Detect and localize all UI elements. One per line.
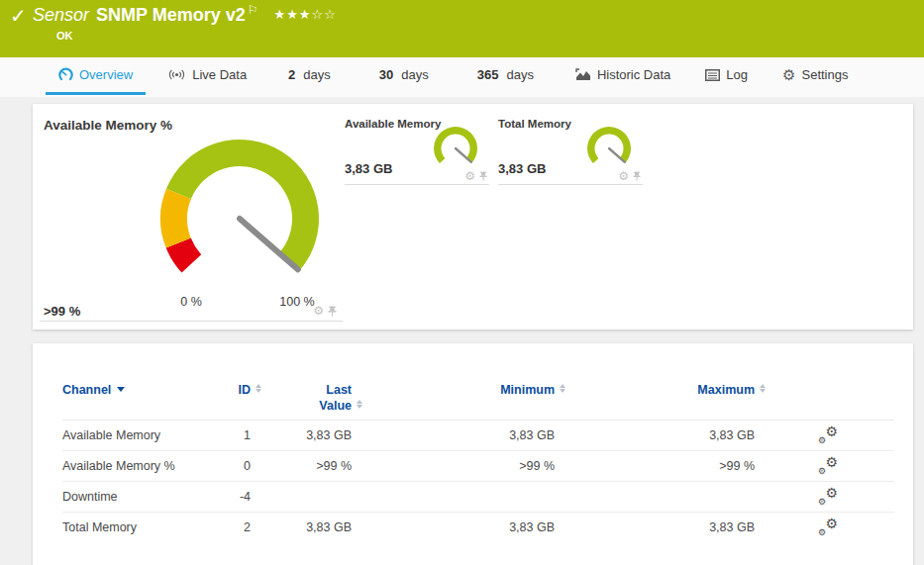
table-row: Available Memory %0>99 %>99 %>99 %⚙⚙ — [62, 451, 894, 482]
object-kind-label: Sensor — [33, 5, 89, 25]
priority-stars[interactable]: ★★★☆☆ — [274, 7, 337, 22]
cell-channel[interactable]: Available Memory — [62, 421, 216, 451]
cell-id: -4 — [216, 482, 251, 513]
tab-label: Live Data — [192, 67, 247, 82]
sort-desc-icon — [117, 387, 125, 392]
cell-minimum: 3,83 GB — [352, 421, 555, 451]
column-header-maximum[interactable]: Maximum — [555, 380, 755, 421]
gauge-value: 3,83 GB — [345, 161, 392, 176]
tab-overview[interactable]: Overview — [46, 57, 146, 95]
status-badge: OK — [56, 30, 73, 42]
log-icon — [705, 69, 720, 81]
channel-settings-icon[interactable]: ⚙⚙ — [818, 518, 838, 535]
tab-label: Log — [726, 67, 748, 82]
tab-label: days — [303, 67, 330, 82]
cell-channel[interactable]: Total Memory — [62, 513, 216, 543]
cell-id: 0 — [216, 451, 251, 482]
widget-settings-icon[interactable]: ⚙ — [464, 170, 475, 182]
sort-icon — [357, 400, 363, 410]
broadcast-icon — [167, 68, 186, 81]
channel-settings-icon[interactable]: ⚙⚙ — [818, 487, 838, 505]
table-row: Downtime-4⚙⚙ — [62, 482, 894, 513]
available-memory-percent-gauge — [155, 138, 324, 288]
tab-30-days[interactable]: 30days — [359, 57, 449, 95]
channel-table: Channel ID Last Value Minimum Maximum Av… — [62, 380, 894, 543]
tab-live-data[interactable]: Live Data — [154, 57, 259, 95]
channels-panel: Channel ID Last Value Minimum Maximum Av… — [33, 343, 913, 565]
column-header-channel[interactable]: Channel — [62, 380, 216, 421]
ok-check-icon: ✓ — [10, 4, 27, 28]
cell-last-value: 3,83 GB — [251, 421, 352, 451]
widget-settings-icon[interactable]: ⚙ — [618, 170, 629, 182]
tab-2-days[interactable]: 2days — [268, 57, 351, 95]
table-row: Total Memory23,83 GB3,83 GB3,83 GB⚙⚙ — [62, 513, 894, 543]
pin-icon[interactable] — [479, 171, 487, 181]
gear-icon: ⚙ — [782, 67, 795, 82]
cell-maximum: >99 % — [555, 451, 755, 482]
tab-label: days — [506, 67, 533, 82]
tab-label: Historic Data — [597, 67, 670, 82]
gauge-value: 3,83 GB — [498, 161, 546, 176]
gauge-icon — [58, 67, 73, 82]
widget-settings-icon[interactable]: ⚙ — [313, 305, 324, 317]
pin-icon[interactable] — [328, 306, 337, 317]
cell-maximum — [555, 482, 755, 513]
column-header-actions — [755, 380, 894, 421]
cell-maximum: 3,83 GB — [555, 513, 755, 543]
tab-label: Settings — [802, 67, 849, 82]
total-memory-gauge — [585, 126, 633, 171]
column-header-minimum[interactable]: Minimum — [352, 380, 555, 421]
page-title: SNMP Memory v2 — [96, 5, 246, 25]
flag-icon[interactable]: ⚐ — [248, 3, 258, 17]
column-header-last-value[interactable]: Last Value — [251, 380, 352, 421]
available-memory-widget: Available Memory 3,83 GB ⚙ — [345, 116, 489, 185]
column-header-id[interactable]: ID — [216, 380, 251, 421]
cell-id: 2 — [216, 513, 251, 543]
channel-settings-icon[interactable]: ⚙⚙ — [818, 456, 838, 474]
sort-icon — [256, 384, 262, 394]
total-memory-widget: Total Memory 3,83 GB ⚙ — [498, 116, 643, 185]
sort-icon — [760, 384, 767, 394]
cell-minimum: >99 % — [352, 451, 555, 482]
sensor-header: ✓ SensorSNMP Memory v2⚐★★★☆☆ OK — [0, 0, 924, 57]
cell-id: 1 — [216, 421, 251, 451]
cell-last-value: >99 % — [251, 451, 352, 482]
available-memory-percent-widget: Available Memory % 0 % 100 % >99 % ⚙ — [40, 108, 343, 322]
gauges-panel: Available Memory % 0 % 100 % >99 % ⚙ Ava… — [33, 104, 913, 330]
tab-365-days[interactable]: 365days — [458, 57, 554, 95]
cell-channel[interactable]: Available Memory % — [62, 451, 216, 482]
table-row: Available Memory13,83 GB3,83 GB3,83 GB⚙⚙ — [62, 421, 894, 451]
tab-historic-data[interactable]: Historic Data — [563, 57, 683, 95]
cell-channel[interactable]: Downtime — [62, 482, 216, 513]
tab-bar: OverviewLive Data2days30days365daysHisto… — [0, 57, 924, 97]
tab-label: Overview — [79, 67, 133, 82]
cell-minimum: 3,83 GB — [352, 513, 555, 543]
cell-minimum — [352, 482, 555, 513]
tab-log[interactable]: Log — [692, 57, 761, 95]
tab-label: days — [401, 67, 428, 82]
cell-last-value: 3,83 GB — [251, 513, 352, 543]
channel-settings-icon[interactable]: ⚙⚙ — [818, 425, 838, 443]
tab-settings[interactable]: ⚙Settings — [770, 57, 861, 95]
sort-icon — [560, 384, 566, 394]
gauge-min-label: 0 % — [166, 295, 216, 309]
available-memory-gauge — [432, 126, 479, 171]
pin-icon[interactable] — [633, 171, 641, 181]
cell-maximum: 3,83 GB — [555, 421, 755, 451]
gauge-title: Available Memory — [345, 118, 441, 130]
gauge-value: >99 % — [44, 304, 80, 319]
area-chart-icon — [575, 68, 591, 81]
gauge-title: Available Memory % — [44, 118, 172, 133]
cell-last-value — [251, 482, 352, 513]
gauge-title: Total Memory — [498, 118, 571, 130]
